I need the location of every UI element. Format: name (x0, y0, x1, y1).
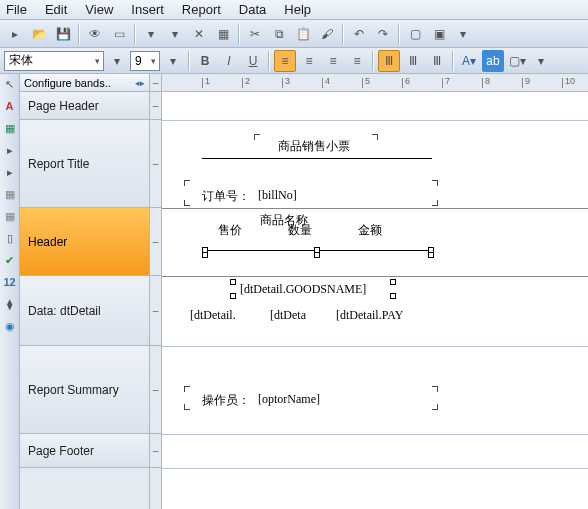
counter-icon[interactable]: 12 (2, 274, 18, 290)
orderno-field[interactable]: [billNo] (258, 188, 297, 203)
goodsname-field[interactable]: [dtDetail.GOODSNAME] (240, 282, 366, 297)
matrix-icon[interactable]: ▦ (2, 208, 18, 224)
menu-report[interactable]: Report (182, 2, 221, 17)
paste-icon[interactable]: 📋 (292, 23, 314, 45)
barcode-icon[interactable]: ▯ (2, 230, 18, 246)
ungroup-icon[interactable]: ▣ (428, 23, 450, 45)
page-icon[interactable]: ▭ (108, 23, 130, 45)
text-icon[interactable]: A (2, 98, 18, 114)
d1-field[interactable]: [dtDetail. (190, 308, 236, 323)
databand-icon[interactable]: ▸ (2, 164, 18, 180)
canvas-wrap: 1 2 3 4 5 6 7 8 9 10 商品销售小票 订单号： [billNo (162, 74, 588, 509)
copy-icon[interactable]: ⧉ (268, 23, 290, 45)
valign-top-icon[interactable]: Ⅲ (378, 50, 400, 72)
delete-icon[interactable]: ✕ (188, 23, 210, 45)
italic-icon[interactable]: I (218, 50, 240, 72)
open-icon[interactable]: 📂 (28, 23, 50, 45)
valign-bot-icon[interactable]: Ⅲ (426, 50, 448, 72)
menu-insert[interactable]: Insert (131, 2, 164, 17)
configure-label: Configure bands.. (24, 77, 111, 89)
newdialog-icon[interactable]: ▾ (164, 23, 186, 45)
band-data[interactable]: Data: dtDetail (20, 276, 149, 346)
band-header[interactable]: Header (20, 208, 149, 276)
valign-mid-icon[interactable]: Ⅲ (402, 50, 424, 72)
pointer-icon[interactable]: ↖ (2, 76, 18, 92)
globe-icon[interactable]: ◉ (2, 318, 18, 334)
font-name-combo[interactable]: 宋体 (4, 51, 104, 71)
font-size-combo[interactable]: 9 (130, 51, 160, 71)
band-page-header[interactable]: Page Header (20, 92, 149, 120)
format-icon[interactable]: 🖌 (316, 23, 338, 45)
band-gutter: – – – – – – – (150, 74, 162, 509)
fontcolor-icon[interactable]: A▾ (458, 50, 480, 72)
col-price[interactable]: 售价 (218, 222, 242, 239)
band-report-title[interactable]: Report Title (20, 120, 149, 208)
left-toolbox: ↖ A ▦ ▸ ▸ ▦ ▦ ▯ ✔ 12 ⧫ ◉ (0, 74, 20, 509)
align-right-icon[interactable]: ≡ (322, 50, 344, 72)
design-canvas[interactable]: 商品销售小票 订单号： [billNo] 售价 商品名称 数量 金额 [d (162, 92, 588, 509)
shape-icon[interactable]: ⧫ (2, 296, 18, 312)
image-icon[interactable]: ▦ (2, 120, 18, 136)
underline-icon[interactable]: U (242, 50, 264, 72)
col-amt[interactable]: 金额 (358, 222, 382, 239)
menu-edit[interactable]: Edit (45, 2, 67, 17)
newpage-icon[interactable]: ▾ (140, 23, 162, 45)
more-icon[interactable]: ▾ (452, 23, 474, 45)
save-icon[interactable]: 💾 (52, 23, 74, 45)
band-report-summary[interactable]: Report Summary (20, 346, 149, 434)
op-field[interactable]: [optorName] (258, 392, 320, 407)
align-left-icon[interactable]: ≡ (274, 50, 296, 72)
menubar: File Edit View Insert Report Data Help (0, 0, 588, 20)
expand-icon: ◂▸ (135, 78, 145, 88)
props-icon[interactable]: ▦ (212, 23, 234, 45)
fillcolor-icon[interactable]: ab (482, 50, 504, 72)
redo-icon[interactable]: ↷ (372, 23, 394, 45)
op-label[interactable]: 操作员： (202, 392, 250, 409)
col-qty[interactable]: 数量 (288, 222, 312, 239)
bold-icon[interactable]: B (194, 50, 216, 72)
style-icon[interactable]: ▾ (530, 50, 552, 72)
main-toolbar: ▸ 📂 💾 👁 ▭ ▾ ▾ ✕ ▦ ✂ ⧉ 📋 🖌 ↶ ↷ ▢ ▣ ▾ (0, 20, 588, 48)
menu-view[interactable]: View (85, 2, 113, 17)
preview-icon[interactable]: 👁 (84, 23, 106, 45)
group-icon[interactable]: ▢ (404, 23, 426, 45)
orderno-label[interactable]: 订单号： (202, 188, 250, 205)
new-icon[interactable]: ▸ (4, 23, 26, 45)
menu-help[interactable]: Help (284, 2, 311, 17)
format-toolbar: 宋体 ▾ 9 ▾ B I U ≡ ≡ ≡ ≡ Ⅲ Ⅲ Ⅲ A▾ ab ▢▾ ▾ (0, 48, 588, 74)
check-icon[interactable]: ✔ (2, 252, 18, 268)
band-icon[interactable]: ▸ (2, 142, 18, 158)
d2-field[interactable]: [dtDeta (270, 308, 306, 323)
fontdrop-icon[interactable]: ▾ (106, 50, 128, 72)
sizedrop-icon[interactable]: ▾ (162, 50, 184, 72)
band-page-footer[interactable]: Page Footer (20, 434, 149, 468)
menu-data[interactable]: Data (239, 2, 266, 17)
table-icon[interactable]: ▦ (2, 186, 18, 202)
undo-icon[interactable]: ↶ (348, 23, 370, 45)
align-justify-icon[interactable]: ≡ (346, 50, 368, 72)
cut-icon[interactable]: ✂ (244, 23, 266, 45)
band-explorer: Configure bands.. ◂▸ Page Header Report … (20, 74, 150, 509)
menu-file[interactable]: File (6, 2, 27, 17)
d3-field[interactable]: [dtDetail.PAY (336, 308, 403, 323)
h-ruler: 1 2 3 4 5 6 7 8 9 10 (162, 74, 588, 92)
configure-bands-link[interactable]: Configure bands.. ◂▸ (20, 74, 149, 92)
align-center-icon[interactable]: ≡ (298, 50, 320, 72)
title-field[interactable]: 商品销售小票 (278, 138, 350, 155)
border-icon[interactable]: ▢▾ (506, 50, 528, 72)
